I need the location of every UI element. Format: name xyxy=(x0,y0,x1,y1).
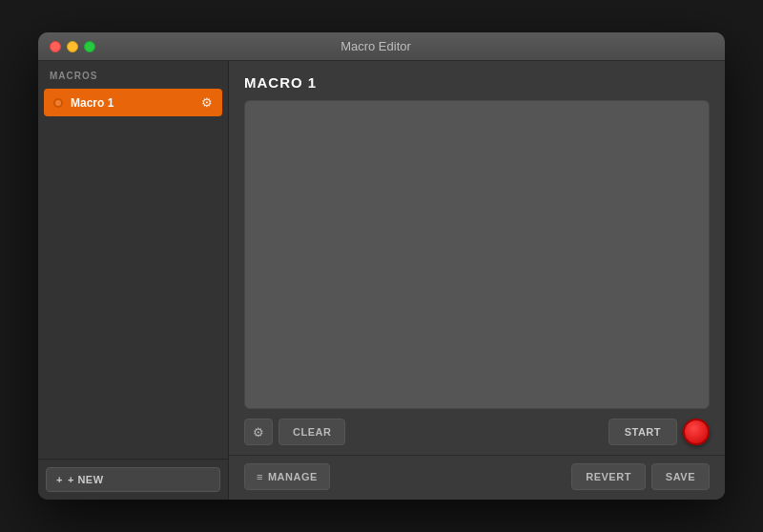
manage-label: MANAGE xyxy=(268,471,318,482)
sidebar: MACROS Macro 1 ⚙ + + NEW xyxy=(38,61,229,500)
start-button[interactable]: START xyxy=(608,419,677,445)
gear-icon: ⚙ xyxy=(253,425,264,440)
clear-button[interactable]: CLEAR xyxy=(278,419,345,445)
macro-editor-window: Macro Editor MACROS Macro 1 ⚙ + + NEW xyxy=(38,32,725,500)
editor-gear-button[interactable]: ⚙ xyxy=(244,419,273,445)
close-button[interactable] xyxy=(50,41,61,52)
new-macro-button[interactable]: + + NEW xyxy=(46,467,220,492)
macro-item[interactable]: Macro 1 ⚙ xyxy=(44,89,222,116)
manage-button[interactable]: ≡ MANAGE xyxy=(244,463,330,490)
content-area: MACROS Macro 1 ⚙ + + NEW MACRO 1 xyxy=(38,61,725,500)
minimize-button[interactable] xyxy=(67,41,78,52)
window-title: Macro Editor xyxy=(95,39,656,53)
plus-icon: + xyxy=(56,474,63,485)
macro-editor-area xyxy=(244,100,710,409)
save-button[interactable]: SAVE xyxy=(651,463,710,490)
sidebar-header: MACROS xyxy=(38,61,228,87)
maximize-button[interactable] xyxy=(84,41,95,52)
list-icon: ≡ xyxy=(257,471,263,482)
revert-button[interactable]: REVERT xyxy=(571,463,646,490)
macro-list: Macro 1 ⚙ xyxy=(38,87,228,459)
bottom-bar: ≡ MANAGE REVERT SAVE xyxy=(229,455,725,500)
macro-settings-icon[interactable]: ⚙ xyxy=(201,95,213,110)
sidebar-footer: + + NEW xyxy=(38,459,228,500)
main-panel: MACRO 1 ⚙ CLEAR START ≡ MANAGE xyxy=(229,61,725,500)
macro-item-label: Macro 1 xyxy=(71,96,201,110)
titlebar: Macro Editor xyxy=(38,32,725,61)
editor-toolbar: ⚙ CLEAR START xyxy=(244,419,710,445)
new-macro-label: + NEW xyxy=(68,474,104,485)
bottom-buttons: REVERT SAVE xyxy=(571,463,710,490)
traffic-lights xyxy=(50,41,95,52)
macro-title: MACRO 1 xyxy=(244,74,710,91)
macro-status-dot xyxy=(53,98,63,108)
record-button[interactable] xyxy=(683,419,710,445)
